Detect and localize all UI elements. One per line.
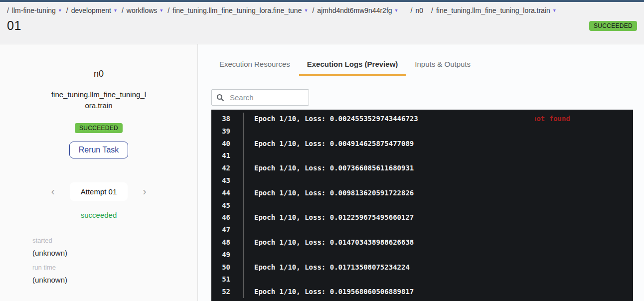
rerun-task-button[interactable]: Rerun Task: [69, 142, 129, 158]
log-line-text: Epoch 1/10, Loss: 0.0024553529743446723: [243, 113, 633, 125]
attempt-status: succeeded: [81, 211, 117, 219]
log-line-text: Epoch 1/10, Loss: 0.019568060506889817: [243, 286, 633, 298]
chevron-left-icon: ‹: [51, 185, 54, 198]
log-line: 44 Epoch 1/10, Loss: 0.00981362059172282…: [211, 187, 633, 199]
log-line: 49: [211, 249, 633, 261]
log-line-text: Epoch 1/10, Loss: 0.009813620591722826: [243, 187, 633, 199]
log-line-number: 45: [211, 199, 243, 212]
log-line: 47: [211, 224, 633, 236]
chevron-down-icon: ▾: [305, 8, 307, 13]
log-line-number: 40: [211, 138, 243, 150]
log-line: 38 Epoch 1/10, Loss: 0.00245535297434467…: [211, 113, 633, 125]
title-row: 01 SUCCEEDED: [7, 18, 637, 33]
chevron-down-icon: ▾: [59, 8, 61, 13]
breadcrumb-item[interactable]: / fine_tuning.llm_fine_tuning_lora.fine_…: [167, 6, 307, 14]
breadcrumb-label: development: [71, 6, 111, 14]
log-line-text: [243, 150, 633, 162]
log-line-number: 48: [211, 236, 243, 249]
breadcrumb-separator: /: [7, 6, 9, 14]
runtime-value: (unknown): [32, 276, 197, 284]
breadcrumb-separator: /: [312, 6, 314, 14]
search-box: [211, 89, 309, 106]
execution-status-badge: SUCCEEDED: [589, 21, 637, 31]
log-line-text: [243, 273, 633, 286]
tab-execution-logs-preview[interactable]: Execution Logs (Preview): [299, 55, 406, 75]
breadcrumb-separator: /: [431, 6, 433, 14]
breadcrumb-separator: /: [411, 6, 413, 14]
log-line-number: 47: [211, 224, 243, 236]
task-status-badge: SUCCEEDED: [75, 123, 123, 133]
started-value: (unknown): [32, 249, 197, 257]
log-line: 51: [211, 273, 633, 286]
tab-execution-resources[interactable]: Execution Resources: [211, 55, 298, 75]
log-line-text: [243, 199, 633, 212]
log-viewer[interactable]: 38 Epoch 1/10, Loss: 0.00245535297434467…: [211, 110, 633, 301]
log-line: 52 Epoch 1/10, Loss: 0.01956806050688981…: [211, 286, 633, 298]
log-line-text: Epoch 1/10, Loss: 0.01713508075234224: [243, 261, 633, 274]
chevron-down-icon: ▾: [160, 8, 162, 13]
log-lines: 38 Epoch 1/10, Loss: 0.00245535297434467…: [211, 113, 633, 298]
log-line-text: Epoch 1/10, Loss: 0.007366085611680931: [243, 162, 633, 174]
log-line-number: 51: [211, 273, 243, 286]
main-content: n0 fine_tuning.llm_fine_tuning_lora.trai…: [0, 44, 644, 301]
breadcrumb-separator: /: [167, 6, 169, 14]
task-name: fine_tuning.llm_fine_tuning_lora.train: [49, 89, 148, 111]
log-line: 50 Epoch 1/10, Loss: 0.01713508075234224: [211, 261, 633, 274]
search-icon: [216, 94, 224, 102]
log-line-number: 42: [211, 162, 243, 174]
tab-label: Execution Logs (Preview): [307, 60, 398, 68]
chevron-down-icon: ▾: [114, 8, 117, 13]
log-line-number: 41: [211, 150, 243, 162]
breadcrumb-label: llm-fine-tuning: [12, 6, 56, 14]
search-input[interactable]: [229, 93, 304, 102]
breadcrumb-label: fine_tuning.llm_fine_tuning_lora.fine_tu…: [172, 6, 302, 14]
app-window: / llm-fine-tuning ▾ / development ▾ / wo…: [0, 0, 644, 301]
log-overlay-error: not found: [535, 113, 570, 125]
log-line: 41: [211, 150, 633, 162]
breadcrumb-label: n0: [416, 6, 424, 14]
breadcrumb-label: workflows: [127, 6, 157, 14]
log-line-number: 43: [211, 174, 243, 187]
log-line-number: 39: [211, 125, 243, 138]
log-line-number: 46: [211, 211, 243, 224]
tab-inputs-outputs[interactable]: Inputs & Outputs: [407, 55, 479, 75]
breadcrumb: / llm-fine-tuning ▾ / development ▾ / wo…: [7, 6, 637, 14]
tab-bar: Execution Resources Execution Logs (Prev…: [211, 55, 633, 75]
previous-attempt-button[interactable]: ‹: [49, 186, 56, 197]
chevron-down-icon: ▾: [553, 8, 556, 13]
log-line: 46 Epoch 1/10, Loss: 0.01225967549566012…: [211, 211, 633, 224]
tab-label: Inputs & Outputs: [415, 60, 471, 68]
log-line: 43: [211, 174, 633, 187]
breadcrumb-item[interactable]: / development ▾: [66, 6, 117, 14]
log-line-text: [243, 249, 633, 261]
log-line-number: 38: [211, 113, 243, 125]
tab-label: Execution Resources: [219, 60, 290, 68]
breadcrumb-item[interactable]: / fine_tuning.llm_fine_tuning_lora.train…: [431, 6, 556, 14]
breadcrumb-item[interactable]: / llm-fine-tuning ▾: [7, 6, 61, 14]
log-line-number: 49: [211, 249, 243, 261]
breadcrumb-item[interactable]: / workflows ▾: [122, 6, 162, 14]
chevron-down-icon: ▾: [395, 8, 398, 13]
log-line: 42 Epoch 1/10, Loss: 0.00736608561168093…: [211, 162, 633, 174]
log-line-text: [243, 224, 633, 236]
log-line: 40 Epoch 1/10, Loss: 0.00491462587547708…: [211, 138, 633, 150]
next-attempt-button[interactable]: ›: [141, 186, 148, 197]
breadcrumb-item[interactable]: / ajmhd4ndt6mw9n44r2fg ▾: [312, 6, 397, 14]
page-header: / llm-fine-tuning ▾ / development ▾ / wo…: [0, 2, 644, 44]
page-title: 01: [7, 18, 21, 33]
started-label: started: [32, 237, 197, 244]
log-line-number: 50: [211, 261, 243, 274]
log-line-text: Epoch 1/10, Loss: 0.014703438988626638: [243, 236, 633, 249]
log-line-text: Epoch 1/10, Loss: 0.004914625875477089: [243, 138, 633, 150]
chevron-right-icon: ›: [143, 185, 146, 198]
breadcrumb-separator: /: [66, 6, 68, 14]
runtime-label: run time: [32, 264, 197, 271]
log-line-text: [243, 174, 633, 187]
log-overlay-error-text: not found: [535, 113, 570, 125]
log-line: 45: [211, 199, 633, 212]
task-detail-panel: n0 fine_tuning.llm_fine_tuning_lora.trai…: [0, 44, 198, 301]
log-line-number: 44: [211, 187, 243, 199]
execution-detail-panel: Execution Resources Execution Logs (Prev…: [198, 44, 644, 301]
attempt-selector[interactable]: Attempt 01: [70, 182, 128, 201]
breadcrumb-item[interactable]: / n0: [411, 6, 423, 14]
